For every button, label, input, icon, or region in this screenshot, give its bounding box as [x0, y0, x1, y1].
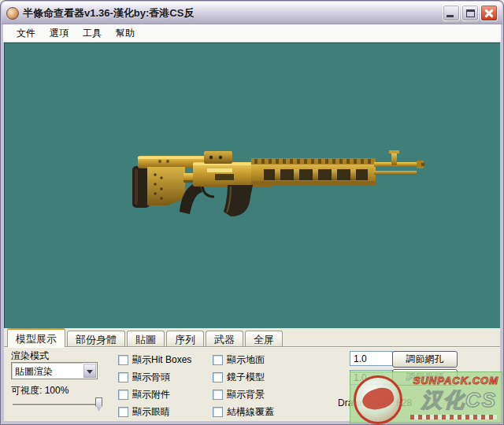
- checkbox-wireframe[interactable]: [213, 407, 223, 417]
- menu-options[interactable]: 選項: [43, 24, 76, 42]
- checkbox-label: 顯示眼睛: [132, 405, 170, 419]
- model-viewport[interactable]: [4, 42, 500, 328]
- checkbox-row-hitboxes[interactable]: 顯示Hit Boxes: [118, 353, 191, 366]
- checkbox-row-eyes[interactable]: 顯示眼睛: [118, 405, 170, 418]
- maximize-button[interactable]: [461, 5, 479, 21]
- window-title: 半條命查看器v1.36-漢化by:香港CS反: [23, 6, 194, 20]
- checkbox-row-mirror[interactable]: 鏡子模型: [213, 371, 265, 383]
- slider-track: [13, 404, 101, 405]
- menu-help[interactable]: 幫助: [109, 24, 142, 42]
- tab-model-display[interactable]: 模型展示: [7, 328, 65, 347]
- checkbox-label: 顯示附件: [132, 388, 170, 401]
- checkbox-background[interactable]: [213, 390, 223, 400]
- render-mode-dropdown[interactable]: 貼圖渲染: [11, 362, 98, 379]
- close-button[interactable]: [480, 5, 498, 21]
- watermark-logo-icon: [354, 375, 402, 424]
- control-tab-area: 模型展示 部份身體 貼圖 序列 武器 全屏 渲染模式 貼圖渲染 可視度: 100…: [4, 328, 500, 421]
- checkbox-label: 顯示骨頭: [132, 371, 170, 384]
- maximize-icon: [466, 9, 475, 17]
- checkbox-label: 顯示背景: [227, 388, 265, 401]
- checkbox-ground[interactable]: [213, 355, 223, 365]
- model-display-panel: 渲染模式 貼圖渲染 可視度: 100% 顯示Hit Boxes 顯示: [4, 347, 500, 421]
- caption-buttons: [443, 5, 498, 21]
- checkbox-label: 鏡子模型: [227, 371, 265, 384]
- tab-body-parts[interactable]: 部份身體: [67, 331, 125, 346]
- checkbox-label: 顯示地面: [227, 353, 265, 367]
- tab-textures[interactable]: 貼圖: [127, 331, 165, 346]
- app-icon: [6, 7, 19, 20]
- tab-weapons[interactable]: 武器: [206, 331, 243, 346]
- checkbox-label: 顯示Hit Boxes: [132, 353, 191, 367]
- checkbox-label: 結構線覆蓋: [227, 405, 274, 419]
- tab-strip: 模型展示 部份身體 貼圖 序列 武器 全屏: [4, 328, 500, 347]
- watermark-site-text: SUNPACK.COM: [413, 375, 498, 386]
- render-mode-value: 貼圖渲染: [12, 363, 83, 379]
- checkbox-eyes[interactable]: [118, 407, 128, 417]
- rifle-magazine: [224, 185, 253, 216]
- opacity-label: 可視度: 100%: [11, 384, 69, 397]
- menu-bar: 文件 選項 工具 幫助: [3, 24, 501, 42]
- adjust-mesh-button[interactable]: 調節網孔: [392, 351, 458, 368]
- checkbox-attachments[interactable]: [118, 390, 128, 400]
- checkbox-row-background[interactable]: 顯示背景: [213, 388, 265, 401]
- rifle-barrel: [374, 150, 424, 175]
- menu-tools[interactable]: 工具: [76, 24, 109, 42]
- minimize-icon: [447, 15, 454, 17]
- checkbox-bones[interactable]: [118, 372, 128, 382]
- menu-file[interactable]: 文件: [9, 24, 43, 42]
- watermark-logo-text: 汉化CS: [421, 386, 497, 414]
- minimize-button[interactable]: [443, 5, 460, 21]
- checkbox-mirror[interactable]: [213, 372, 223, 382]
- opacity-slider[interactable]: [11, 397, 102, 412]
- watermark: SUNPACK.COM 汉化CS: [350, 371, 502, 423]
- checkbox-row-bones[interactable]: 顯示骨頭: [118, 371, 170, 383]
- tab-sequences[interactable]: 序列: [166, 331, 204, 346]
- window-frame: 半條命查看器v1.36-漢化by:香港CS反 文件 選項 工具 幫助: [0, 0, 504, 425]
- application-window: 半條命查看器v1.36-漢化by:香港CS反 文件 選項 工具 幫助: [0, 0, 504, 425]
- checkbox-row-wireframe[interactable]: 結構線覆蓋: [213, 405, 274, 418]
- rifle-handguard: [251, 158, 376, 185]
- title-bar[interactable]: 半條命查看器v1.36-漢化by:香港CS反: [2, 2, 502, 24]
- checkbox-hitboxes[interactable]: [118, 355, 128, 365]
- slider-thumb[interactable]: [95, 397, 102, 411]
- chevron-down-icon[interactable]: [83, 363, 97, 379]
- mesh-scale-input[interactable]: [350, 351, 393, 366]
- tab-fullscreen[interactable]: 全屏: [245, 331, 283, 346]
- render-mode-label: 渲染模式: [11, 349, 49, 363]
- rifle-model: [4, 42, 502, 328]
- checkbox-row-attachments[interactable]: 顯示附件: [118, 388, 170, 401]
- watermark-stripe: [410, 415, 497, 419]
- checkbox-row-ground[interactable]: 顯示地面: [213, 353, 265, 366]
